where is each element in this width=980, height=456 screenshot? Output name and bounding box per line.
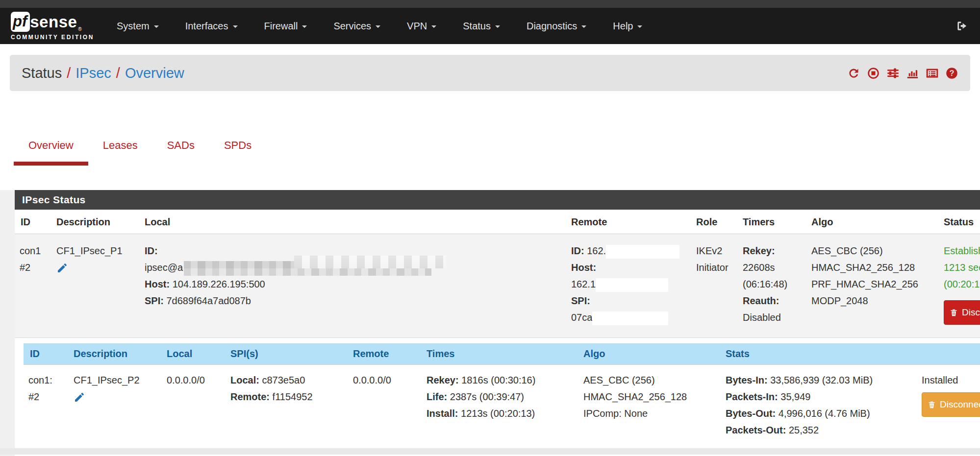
status-tabs: Overview Leases SADs SPDs: [14, 131, 266, 166]
status-established: Established 1213 seconds (00:20:13): [944, 245, 980, 289]
ipsec-status-panel: IPsec Status ID Description Local Remote…: [15, 190, 980, 456]
chevron-down-icon: [495, 25, 500, 28]
child-cell-spis: Local: c873e5a0 Remote: f1154952: [226, 365, 348, 456]
logo-pf-mark: pf: [11, 12, 30, 32]
logo-registered-mark: ®: [78, 27, 81, 32]
child-header-algo: Algo: [578, 343, 721, 365]
column-header-remote: Remote: [566, 210, 691, 234]
nav-item-firewall[interactable]: Firewall: [264, 21, 307, 32]
page-toolbar: ?: [847, 67, 958, 80]
ike-cell-role: IKEv2 Initiator: [691, 234, 738, 338]
list-icon[interactable]: [926, 67, 939, 80]
child-header-id: ID: [24, 343, 69, 365]
window-top-strip: [0, 0, 980, 8]
sign-out-icon[interactable]: [955, 20, 968, 32]
child-cell-stats: Bytes-In: 33,586,939 (32.03 MiB) Packets…: [721, 365, 917, 456]
ike-cell-status: Established 1213 seconds (00:20:13) Disc…: [939, 234, 980, 338]
tab-overview[interactable]: Overview: [14, 131, 88, 166]
column-header-description: Description: [51, 210, 140, 234]
column-header-algo: Algo: [806, 210, 939, 234]
child-cell-id: con1: #2: [24, 365, 69, 456]
main-navbar: pfsense® COMMUNITY EDITION System Interf…: [0, 8, 980, 44]
sliders-icon[interactable]: [886, 67, 900, 80]
redaction-box: [606, 245, 679, 259]
column-header-id: ID: [15, 210, 51, 234]
ike-cell-local: ID: ipsec@a Host: 104.189.226.195:500 SP…: [140, 234, 566, 338]
nav-item-status[interactable]: Status: [463, 21, 500, 32]
edit-icon[interactable]: [56, 262, 68, 274]
chevron-down-icon: [431, 25, 436, 28]
breadcrumb-link-ipsec[interactable]: IPsec: [75, 65, 111, 81]
breadcrumb-separator: /: [67, 65, 71, 81]
chevron-down-icon: [581, 25, 586, 28]
disconnect-button[interactable]: Disconnect: [944, 300, 980, 325]
child-cell-status: Installed Disconnect: [917, 365, 980, 456]
child-sa-section: ID Description Local SPI(s) Remote Times…: [15, 338, 980, 456]
trash-icon: [950, 309, 958, 317]
ike-cell-remote: ID: 162. Host: 162.1 SPI: 07ca: [566, 234, 691, 338]
bottom-divider: [0, 448, 980, 455]
logo-edition-text: COMMUNITY EDITION: [11, 34, 94, 40]
column-header-timers: Timers: [738, 210, 806, 234]
child-header-spacer: [917, 343, 980, 365]
child-header-remote: Remote: [348, 343, 422, 365]
bar-chart-icon[interactable]: [906, 67, 919, 80]
nav-item-diagnostics[interactable]: Diagnostics: [527, 21, 586, 32]
trash-icon: [928, 401, 936, 409]
tab-spds[interactable]: SPDs: [209, 131, 266, 166]
child-header-local: Local: [162, 343, 226, 365]
nav-item-interfaces[interactable]: Interfaces: [185, 21, 238, 32]
child-cell-algo: AES_CBC (256) HMAC_SHA2_256_128 IPComp: …: [578, 365, 721, 456]
child-header-spis: SPI(s): [226, 343, 348, 365]
child-header-description: Description: [69, 343, 162, 365]
tab-leases[interactable]: Leases: [88, 131, 152, 166]
ike-cell-timers: Rekey: 22608s (06:16:48) Reauth: Disable…: [738, 234, 806, 338]
breadcrumb: Status/IPsec/Overview ?: [10, 55, 970, 91]
column-header-role: Role: [691, 210, 738, 234]
child-cell-local: 0.0.0.0/0: [162, 365, 226, 456]
chevron-down-icon: [154, 25, 159, 28]
chevron-down-icon: [233, 25, 238, 28]
column-header-status: Status: [939, 210, 980, 234]
edit-icon[interactable]: [74, 391, 85, 403]
nav-item-services[interactable]: Services: [333, 21, 380, 32]
logo-sense-text: sense: [30, 14, 77, 30]
child-sa-table: ID Description Local SPI(s) Remote Times…: [24, 343, 980, 456]
child-cell-remote: 0.0.0.0/0: [348, 365, 422, 456]
chevron-down-icon: [376, 25, 380, 28]
svg-text:?: ?: [950, 69, 955, 77]
child-cell-times: Rekey: 1816s (00:30:16) Life: 2387s (00:…: [422, 365, 578, 456]
ike-table: ID Description Local Remote Role Timers …: [15, 210, 980, 456]
redaction-blur: [294, 256, 446, 268]
disconnect-button[interactable]: Disconnect: [922, 392, 980, 417]
nav-item-help[interactable]: Help: [613, 21, 642, 32]
ike-cell-description: CF1_IPsec_P1: [51, 234, 140, 338]
child-header-times: Times: [422, 343, 578, 365]
stop-circle-icon[interactable]: [867, 67, 880, 80]
chevron-down-icon: [637, 25, 642, 28]
refresh-icon[interactable]: [847, 67, 860, 80]
column-header-local: Local: [140, 210, 566, 234]
help-icon[interactable]: ?: [945, 67, 958, 80]
breadcrumb-link-overview[interactable]: Overview: [125, 65, 184, 81]
breadcrumb-separator: /: [116, 65, 120, 81]
pfsense-logo[interactable]: pfsense® COMMUNITY EDITION: [11, 12, 94, 40]
nav-item-system[interactable]: System: [117, 21, 159, 32]
nav-item-vpn[interactable]: VPN: [407, 21, 436, 32]
child-cell-description: CF1_IPsec_P2: [69, 365, 162, 456]
redaction-box: [592, 312, 668, 325]
ike-cell-id: con1 #2: [15, 234, 51, 338]
nav-menu: System Interfaces Firewall Services VPN …: [117, 21, 642, 32]
ike-cell-algo: AES_CBC (256) HMAC_SHA2_256_128 PRF_HMAC…: [806, 234, 939, 338]
child-header-stats: Stats: [721, 343, 917, 365]
redaction-box: [596, 278, 668, 292]
breadcrumb-root: Status: [22, 65, 62, 81]
tab-sads[interactable]: SADs: [152, 131, 209, 166]
status-installed: Installed: [922, 375, 958, 385]
chevron-down-icon: [302, 25, 307, 28]
panel-title: IPsec Status: [15, 190, 980, 210]
page-gutter: [0, 190, 15, 456]
